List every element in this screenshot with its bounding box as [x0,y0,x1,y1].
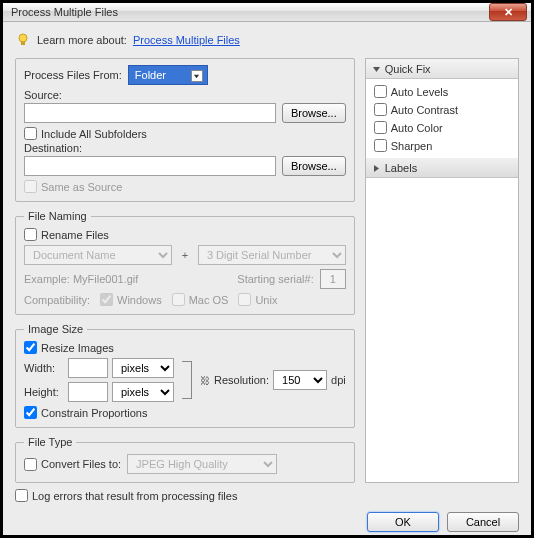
auto-levels-checkbox[interactable]: Auto Levels [374,85,510,98]
labels-header[interactable]: Labels [366,158,518,178]
convert-format-select[interactable]: JPEG High Quality [127,454,277,474]
auto-contrast-checkbox[interactable]: Auto Contrast [374,103,510,116]
resolution-label: Resolution: [214,374,269,386]
source-label: Source: [24,89,346,101]
process-from-value: Folder [135,69,166,81]
process-from-label: Process Files From: [24,69,122,81]
resolution-unit: dpi [331,374,346,386]
quick-fix-header[interactable]: Quick Fix [366,59,518,79]
file-type-fieldset: File Type Convert Files to: JPEG High Qu… [15,436,355,483]
process-from-select[interactable]: Folder [128,65,208,85]
quick-fix-title: Quick Fix [385,63,431,75]
learn-more-label: Learn more about: [37,34,127,46]
titlebar: Process Multiple Files ✕ [3,3,531,22]
rename-files-label: Rename Files [41,229,109,241]
close-icon: ✕ [504,6,513,19]
lightbulb-icon [15,32,31,48]
file-naming-fieldset: File Naming Rename Files Document Name +… [15,210,355,315]
close-button[interactable]: ✕ [489,3,527,21]
file-type-legend: File Type [24,436,76,448]
height-input[interactable] [68,382,108,402]
height-unit-select[interactable]: pixels [112,382,174,402]
constrain-proportions-checkbox[interactable]: Constrain Proportions [24,406,346,419]
plus-label: + [178,249,192,261]
process-files-fieldset: Process Files From: Folder Source: Brows… [15,58,355,202]
ok-button[interactable]: OK [367,512,439,532]
width-unit-select[interactable]: pixels [112,358,174,378]
source-input[interactable] [24,103,276,123]
file-naming-legend: File Naming [24,210,91,222]
compat-windows-checkbox[interactable]: Windows [100,293,162,306]
chevron-down-icon [191,70,203,82]
constrain-proportions-label: Constrain Proportions [41,407,147,419]
example-label: Example: MyFile001.gif [24,273,138,285]
auto-color-checkbox[interactable]: Auto Color [374,121,510,134]
svg-point-0 [19,34,27,42]
triangle-down-icon [372,64,381,73]
image-size-legend: Image Size [24,323,87,335]
name-part2-select[interactable]: 3 Digit Serial Number [198,245,346,265]
width-label: Width: [24,362,64,374]
include-subfolders-label: Include All Subfolders [41,128,147,140]
triangle-right-icon [372,163,381,172]
log-errors-checkbox[interactable]: Log errors that result from processing f… [15,489,519,502]
starting-serial-input[interactable] [320,269,346,289]
window-title: Process Multiple Files [11,6,489,18]
resize-images-checkbox[interactable]: Resize Images [24,341,346,354]
height-label: Height: [24,386,64,398]
width-input[interactable] [68,358,108,378]
destination-label: Destination: [24,142,346,154]
labels-title: Labels [385,162,417,174]
convert-files-checkbox[interactable]: Convert Files to: [24,458,121,471]
sharpen-checkbox[interactable]: Sharpen [374,139,510,152]
rename-files-checkbox[interactable]: Rename Files [24,228,346,241]
same-as-source-checkbox[interactable]: Same as Source [24,180,346,193]
compat-mac-checkbox[interactable]: Mac OS [172,293,229,306]
image-size-fieldset: Image Size Resize Images Width: pi [15,323,355,428]
compatibility-label: Compatibility: [24,294,90,306]
compat-unix-checkbox[interactable]: Unix [238,293,277,306]
cancel-button[interactable]: Cancel [447,512,519,532]
source-browse-button[interactable]: Browse... [282,103,346,123]
starting-serial-label: Starting serial#: [237,273,313,285]
same-as-source-label: Same as Source [41,181,122,193]
log-errors-label: Log errors that result from processing f… [32,490,237,502]
learn-more-link[interactable]: Process Multiple Files [133,34,240,46]
resolution-select[interactable]: 150 [273,370,327,390]
svg-rect-1 [21,42,25,45]
side-panel: Quick Fix Auto Levels Auto Contrast Auto… [365,58,519,483]
destination-input[interactable] [24,156,276,176]
resize-images-label: Resize Images [41,342,114,354]
link-icon: ⛓ [200,375,210,386]
constrain-bracket-icon [182,361,192,399]
convert-files-label: Convert Files to: [41,458,121,470]
learn-more-row: Learn more about: Process Multiple Files [15,32,519,48]
labels-body [366,178,518,482]
include-subfolders-checkbox[interactable]: Include All Subfolders [24,127,346,140]
destination-browse-button[interactable]: Browse... [282,156,346,176]
name-part1-select[interactable]: Document Name [24,245,172,265]
